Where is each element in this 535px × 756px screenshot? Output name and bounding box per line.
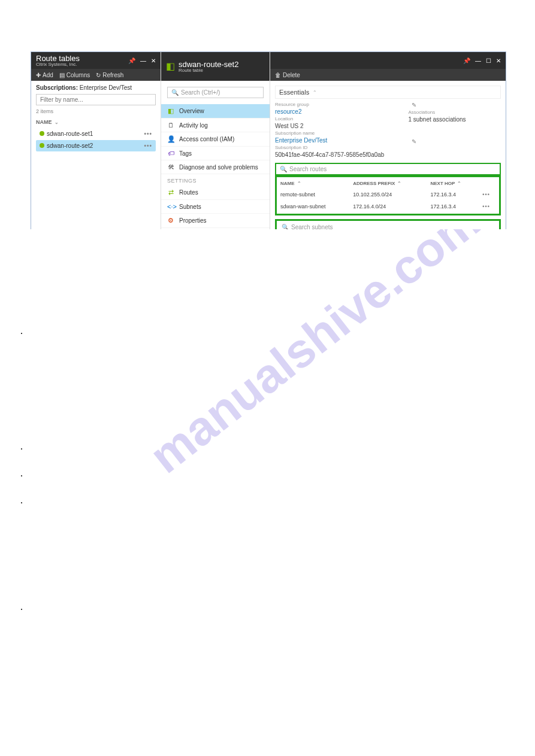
- row-menu-icon[interactable]: •••: [144, 130, 152, 137]
- nav-subnets[interactable]: <·>Subnets: [161, 200, 270, 214]
- detail-blade: 📌 — ☐ ✕ 🗑 Delete Essentials ⌃ Resource g…: [270, 52, 506, 229]
- routes-table: NAME⌃ ADDRESS PREFIX⌃ NEXT HOP⌃ remote-s…: [278, 178, 498, 212]
- route-table-icon: ◧: [166, 62, 175, 71]
- essentials-grid: Resource group resource2 Location West U…: [275, 102, 501, 158]
- menu-search[interactable]: 🔍 Search (Ctrl+/): [167, 87, 264, 98]
- loc-value: West US 2: [275, 123, 384, 129]
- resource-title: sdwan-route-set2: [179, 60, 238, 68]
- resource-menu: ◧ sdwan-route-set2 Route table 🔍 Search …: [161, 52, 270, 229]
- nav-properties[interactable]: ⚙Properties: [161, 214, 270, 228]
- rg-link[interactable]: resource2: [275, 108, 384, 115]
- row-menu-icon[interactable]: •••: [482, 204, 489, 210]
- route-table-icon: [40, 143, 44, 148]
- edit-icon[interactable]: ✎: [412, 138, 416, 145]
- nav-access-control[interactable]: 👤Access control (IAM): [161, 132, 270, 147]
- blade-header: Route tables Citrix Systems, Inc. 📌 — ✕: [31, 52, 161, 69]
- routes-table-box: NAME⌃ ADDRESS PREFIX⌃ NEXT HOP⌃ remote-s…: [275, 175, 501, 215]
- essentials-label: Essentials: [279, 89, 309, 96]
- blade-toolbar: ✚ Add ▤ Columns ↻ Refresh: [31, 69, 161, 81]
- maximize-icon[interactable]: ☐: [486, 57, 491, 64]
- close-icon[interactable]: ✕: [151, 57, 156, 64]
- nav-activity-log[interactable]: 🗒Activity log: [161, 119, 270, 132]
- table-header-row: NAME⌃ ADDRESS PREFIX⌃ NEXT HOP⌃: [278, 178, 498, 189]
- subid-value: 50b41fae-450f-4ca7-8757-9585e5f0a0ab: [275, 151, 384, 158]
- azure-portal: Route tables Citrix Systems, Inc. 📌 — ✕ …: [31, 51, 506, 229]
- route-table-row[interactable]: sdwan-route-set1 •••: [36, 128, 156, 139]
- search-subnets[interactable]: 🔍 Search subnets: [278, 222, 498, 229]
- blade-title: Route tables: [36, 54, 80, 62]
- pin-icon[interactable]: 📌: [128, 57, 135, 64]
- route-tables-blade: Route tables Citrix Systems, Inc. 📌 — ✕ …: [31, 52, 161, 229]
- nav-diagnose[interactable]: 🛠Diagnose and solve problems: [161, 160, 270, 174]
- subscriptions-line: Subscriptions: Enterprise Dev/Test: [36, 84, 156, 91]
- loc-label: Location: [275, 116, 384, 122]
- assoc-value: 1 subnet associations: [408, 116, 466, 123]
- nav-label: Activity log: [179, 122, 208, 129]
- add-button[interactable]: ✚ Add: [36, 72, 53, 78]
- subname-link[interactable]: Enterprise Dev/Test: [275, 137, 384, 144]
- nav-label: Access control (IAM): [179, 136, 234, 142]
- blade-header: ◧ sdwan-route-set2 Route table: [161, 52, 270, 81]
- nav-overview[interactable]: ◧Overview: [161, 104, 270, 119]
- nav-label: Overview: [179, 108, 204, 114]
- close-icon[interactable]: ✕: [496, 57, 501, 64]
- nav-label: Subnets: [179, 204, 201, 210]
- detail-toolbar: 🗑 Delete: [270, 69, 506, 81]
- nav-label: Properties: [179, 217, 207, 224]
- subname-label: Subscription name: [275, 130, 384, 136]
- search-icon: 🔍: [282, 224, 289, 229]
- table-row[interactable]: remote-subnet10.102.255.0/24172.16.3.4 •…: [278, 189, 498, 201]
- essentials-toggle[interactable]: Essentials ⌃: [275, 86, 501, 99]
- subnets-box: 🔍 Search subnets NAME⌃ ADDRESS RANGE⌃ VI…: [275, 219, 501, 229]
- route-table-row[interactable]: sdwan-route-set2 •••: [36, 140, 156, 151]
- delete-button[interactable]: 🗑 Delete: [275, 72, 300, 78]
- chevron-up-icon: ⌃: [313, 90, 317, 95]
- nav-tags[interactable]: 🏷Tags: [161, 147, 270, 160]
- nav-locks[interactable]: 🔒Locks: [161, 228, 270, 229]
- search-icon: 🔍: [171, 89, 179, 96]
- minimize-icon[interactable]: —: [475, 57, 481, 64]
- col-nexthop[interactable]: NEXT HOP⌃: [428, 178, 480, 189]
- nav-label: Routes: [179, 189, 198, 196]
- filter-input[interactable]: [36, 94, 156, 105]
- edit-icon[interactable]: ✎: [412, 102, 416, 108]
- columns-button[interactable]: ▤ Columns: [59, 72, 90, 78]
- section-settings: SETTINGS: [161, 174, 270, 186]
- blade-subtitle: Citrix Systems, Inc.: [36, 62, 80, 67]
- search-routes[interactable]: 🔍 Search routes: [275, 163, 501, 175]
- row-menu-icon[interactable]: •••: [144, 142, 152, 149]
- item-count: 2 items: [36, 108, 156, 114]
- detail-header: 📌 — ☐ ✕: [270, 52, 506, 69]
- minimize-icon[interactable]: —: [140, 57, 146, 64]
- nav-label: Diagnose and solve problems: [179, 164, 258, 171]
- assoc-label: Associations: [408, 110, 466, 115]
- col-name[interactable]: NAME⌃: [278, 178, 350, 189]
- route-table-icon: [40, 131, 44, 136]
- resource-subtitle: Route table: [179, 68, 238, 73]
- refresh-button[interactable]: ↻ Refresh: [96, 72, 123, 78]
- rg-label: Resource group: [275, 102, 384, 107]
- table-row[interactable]: sdwan-wan-subnet172.16.4.0/24172.16.3.4 …: [278, 201, 498, 212]
- chevron-down-icon: ⌄: [55, 120, 59, 125]
- nav-routes[interactable]: ⇄Routes: [161, 186, 270, 200]
- subid-label: Subscription ID: [275, 145, 384, 150]
- pin-icon[interactable]: 📌: [463, 57, 470, 64]
- nav-label: Tags: [179, 150, 192, 157]
- col-prefix[interactable]: ADDRESS PREFIX⌃: [350, 178, 428, 189]
- search-icon: 🔍: [280, 166, 287, 172]
- name-column-header[interactable]: NAME⌄: [36, 117, 156, 127]
- row-menu-icon[interactable]: •••: [482, 192, 489, 198]
